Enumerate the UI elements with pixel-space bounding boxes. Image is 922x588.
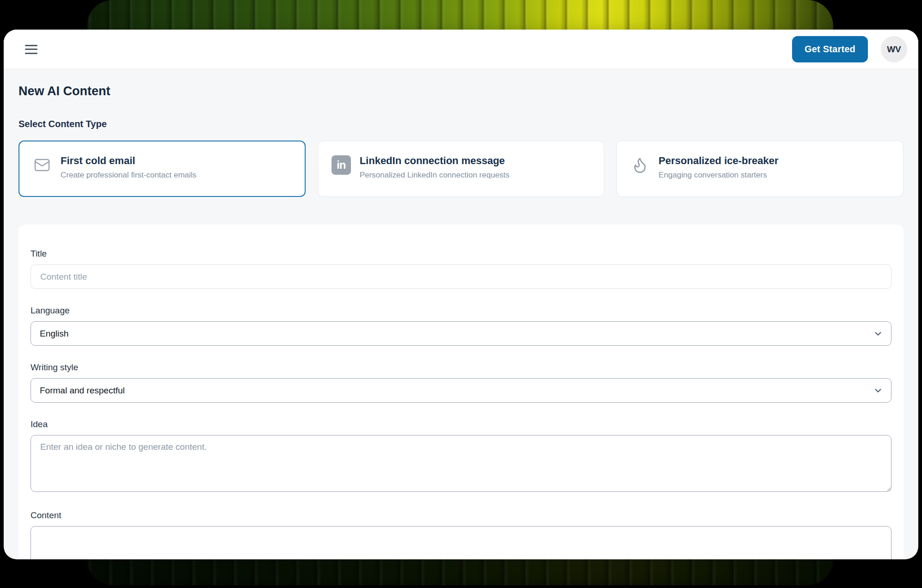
- language-field-group: Language English: [31, 306, 891, 346]
- get-started-button[interactable]: Get Started: [792, 36, 868, 62]
- content-textarea[interactable]: [31, 526, 891, 559]
- card-title: LinkedIn connection message: [360, 155, 510, 167]
- app-header: Get Started WV: [4, 30, 918, 69]
- main-content: New AI Content Select Content Type First…: [4, 69, 918, 559]
- content-field-group: Content: [31, 510, 891, 559]
- title-input[interactable]: [31, 264, 891, 289]
- chevron-down-icon: [873, 386, 883, 396]
- header-actions: Get Started WV: [792, 36, 907, 62]
- content-label: Content: [31, 510, 891, 521]
- idea-label: Idea: [31, 419, 891, 429]
- language-label: Language: [31, 306, 891, 316]
- writing-style-field-group: Writing style Formal and respectful: [31, 362, 891, 403]
- title-label: Title: [31, 249, 891, 259]
- content-type-cards: First cold email Create professional fir…: [18, 141, 904, 197]
- card-title: Personalized ice-breaker: [658, 155, 778, 167]
- language-select-value: English: [40, 329, 68, 339]
- linkedin-icon: in: [331, 155, 351, 175]
- menu-button[interactable]: [25, 45, 37, 54]
- card-title: First cold email: [61, 155, 197, 167]
- content-type-card-first-cold-email[interactable]: First cold email Create professional fir…: [18, 141, 306, 197]
- card-description: Create professional first-contact emails: [61, 171, 197, 180]
- writing-style-select-value: Formal and respectful: [40, 386, 125, 396]
- app-window: Get Started WV New AI Content Select Con…: [4, 30, 918, 559]
- flame-icon: [630, 155, 650, 175]
- content-type-card-linkedin-message[interactable]: in LinkedIn connection message Personali…: [318, 141, 605, 197]
- card-description: Personalized LinkedIn connection request…: [360, 171, 510, 180]
- idea-field-group: Idea: [31, 419, 891, 494]
- page-title: New AI Content: [18, 84, 904, 98]
- content-form-panel: Title Language English Writing style: [18, 225, 904, 559]
- writing-style-label: Writing style: [31, 362, 891, 373]
- chevron-down-icon: [873, 329, 883, 339]
- page-background: Get Started WV New AI Content Select Con…: [0, 0, 922, 588]
- avatar[interactable]: WV: [881, 36, 907, 62]
- mail-icon: [32, 155, 52, 175]
- card-description: Engaging conversation starters: [658, 171, 778, 180]
- language-select[interactable]: English: [31, 321, 891, 346]
- title-field-group: Title: [31, 249, 891, 289]
- content-type-section-label: Select Content Type: [18, 119, 904, 129]
- idea-textarea[interactable]: [31, 435, 891, 492]
- content-type-card-ice-breaker[interactable]: Personalized ice-breaker Engaging conver…: [616, 141, 904, 197]
- menu-icon: [25, 45, 37, 46]
- writing-style-select[interactable]: Formal and respectful: [31, 378, 891, 403]
